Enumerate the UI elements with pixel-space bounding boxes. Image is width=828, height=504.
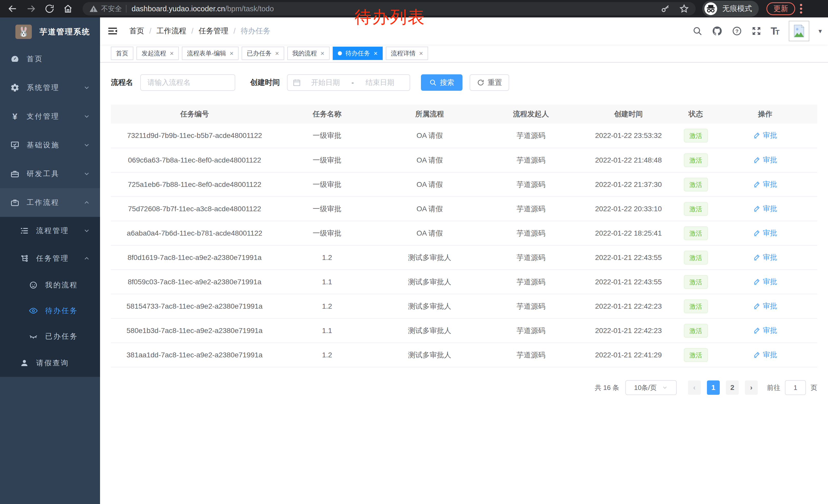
goto-label: 前往: [767, 383, 780, 392]
breadcrumb-task-management[interactable]: 任务管理: [199, 26, 228, 36]
sidebar-item-todo-tasks[interactable]: 待办任务: [0, 298, 100, 324]
sidebar-item-system[interactable]: 系统管理: [0, 73, 100, 102]
help-icon[interactable]: ?: [732, 26, 742, 36]
breadcrumb-current: 待办任务: [241, 26, 271, 36]
app-logo-row[interactable]: 🐰 芋道管理系统: [0, 17, 100, 46]
task-time: 2022-01-21 22:43:55: [578, 270, 678, 294]
sidebar-item-home[interactable]: 首页: [0, 45, 100, 73]
todo-task-table: 任务编号 任务名称 所属流程 流程发起人 创建时间 状态 操作 73211d9d…: [111, 104, 817, 367]
org-tree-icon: [20, 254, 29, 263]
date-range-picker[interactable]: 开始日期 - 结束日期: [287, 74, 410, 91]
approve-link[interactable]: 审批: [753, 204, 777, 214]
browser-back-icon[interactable]: [7, 3, 18, 15]
status-badge: 激活: [684, 129, 708, 142]
approve-link[interactable]: 审批: [753, 301, 777, 311]
tag-start-process[interactable]: 发起流程×: [136, 47, 179, 60]
close-icon[interactable]: ×: [230, 50, 234, 57]
sidebar-item-done-tasks[interactable]: 已办任务: [0, 324, 100, 349]
tag-process-detail[interactable]: 流程详情×: [386, 47, 428, 60]
task-time: 2022-01-22 23:53:32: [578, 124, 678, 148]
approve-link[interactable]: 审批: [753, 228, 777, 238]
approve-link[interactable]: 审批: [753, 155, 777, 165]
close-icon[interactable]: ×: [275, 50, 279, 57]
sidebar-toggle-icon[interactable]: [107, 26, 118, 36]
fullscreen-icon[interactable]: [751, 26, 761, 36]
sidebar-item-process-management[interactable]: 流程管理: [0, 217, 100, 244]
sidebar-item-infrastructure[interactable]: 基础设施: [0, 131, 100, 159]
page-1-button[interactable]: 1: [707, 380, 720, 395]
task-process: 测试多审批人: [376, 245, 484, 270]
yen-icon: ¥: [10, 111, 19, 122]
browser-forward-icon[interactable]: [25, 3, 37, 15]
chevron-down-icon: [83, 84, 90, 91]
annotation-text: 待办列表: [355, 6, 425, 29]
caret-down-icon[interactable]: ▾: [819, 27, 822, 35]
browser-update-button[interactable]: 更新: [767, 2, 795, 15]
search-icon[interactable]: [692, 26, 703, 36]
avatar[interactable]: [789, 21, 809, 41]
browser-reload-icon[interactable]: [44, 3, 55, 15]
password-key-icon[interactable]: [661, 4, 670, 13]
task-process: OA 请假: [376, 124, 484, 148]
browser-home-icon[interactable]: [62, 3, 74, 15]
close-icon[interactable]: ×: [374, 50, 378, 57]
goto-page-input[interactable]: [785, 380, 806, 395]
github-icon[interactable]: [712, 26, 722, 36]
status-badge: 激活: [684, 251, 708, 265]
breadcrumb-home[interactable]: 首页: [129, 26, 144, 36]
approve-link[interactable]: 审批: [753, 131, 777, 140]
prev-page-button[interactable]: ‹: [688, 380, 701, 395]
breadcrumb-workflow[interactable]: 工作流程: [157, 26, 186, 36]
tag-form-edit[interactable]: 流程表单-编辑×: [182, 47, 239, 60]
task-name: 1.2: [278, 294, 376, 318]
create-time-label: 创建时间: [250, 78, 280, 88]
process-name-input[interactable]: [140, 74, 235, 91]
task-name: 一级审批: [278, 124, 376, 148]
page-2-button[interactable]: 2: [726, 380, 739, 395]
approve-link[interactable]: 审批: [753, 179, 777, 189]
sidebar-menu: 首页 系统管理 ¥ 支付管理 基础设施 研发工具 工作流程: [0, 45, 100, 377]
task-name: 1.1: [278, 318, 376, 343]
close-icon[interactable]: ×: [419, 50, 423, 57]
approve-link[interactable]: 审批: [753, 326, 777, 335]
close-icon[interactable]: ×: [170, 50, 174, 57]
tag-my-process[interactable]: 我的流程×: [287, 47, 330, 60]
task-id: 725a1eb6-7b88-11ec-8ef0-acde48001122: [111, 172, 278, 197]
tag-todo-tasks[interactable]: 待办任务×: [333, 47, 383, 60]
sidebar-item-payment[interactable]: ¥ 支付管理: [0, 102, 100, 131]
approve-link[interactable]: 审批: [753, 277, 777, 287]
approve-link[interactable]: 审批: [753, 350, 777, 360]
sidebar-item-my-process[interactable]: 我的流程: [0, 272, 100, 298]
tag-home[interactable]: 首页: [111, 47, 133, 60]
bookmark-star-icon[interactable]: [679, 4, 689, 13]
edit-icon: [753, 181, 760, 188]
font-size-icon[interactable]: TT: [771, 26, 780, 37]
sidebar-item-leave-query[interactable]: 请假查询: [0, 349, 100, 377]
sidebar-item-devtools[interactable]: 研发工具: [0, 159, 100, 188]
page-size-select[interactable]: 10条/页: [625, 380, 677, 395]
task-process: OA 请假: [376, 221, 484, 245]
next-page-button[interactable]: ›: [745, 380, 758, 395]
security-label: 不安全: [101, 4, 122, 13]
search-button[interactable]: 搜索: [421, 74, 462, 91]
reset-button[interactable]: 重置: [470, 74, 509, 91]
chevron-down-icon: [83, 141, 90, 149]
table-row: 73211d9d-7b9b-11ec-b5b7-acde48001122 一级审…: [111, 124, 817, 148]
url-host: dashboard.yudao.iocoder.cn: [132, 5, 225, 13]
close-icon[interactable]: ×: [321, 50, 325, 57]
column-status: 状态: [678, 104, 713, 124]
sidebar-item-task-management[interactable]: 任务管理: [0, 244, 100, 272]
task-starter: 芋道源码: [484, 294, 578, 318]
column-task-id: 任务编号: [111, 104, 278, 124]
sidebar-item-workflow[interactable]: 工作流程: [0, 188, 100, 217]
column-process: 所属流程: [376, 104, 484, 124]
approve-link[interactable]: 审批: [753, 253, 777, 262]
task-name: 1.1: [278, 270, 376, 294]
table-row: 069c6a63-7b8a-11ec-8ef0-acde48001122 一级审…: [111, 148, 817, 172]
browser-menu-icon[interactable]: [799, 3, 803, 14]
tag-done-tasks[interactable]: 已办任务×: [242, 47, 284, 60]
face-icon: [29, 280, 38, 290]
task-id: 75d72608-7b7f-11ec-a3c8-acde48001122: [111, 197, 278, 221]
column-create-time: 创建时间: [578, 104, 678, 124]
chevron-up-icon: [83, 199, 90, 206]
